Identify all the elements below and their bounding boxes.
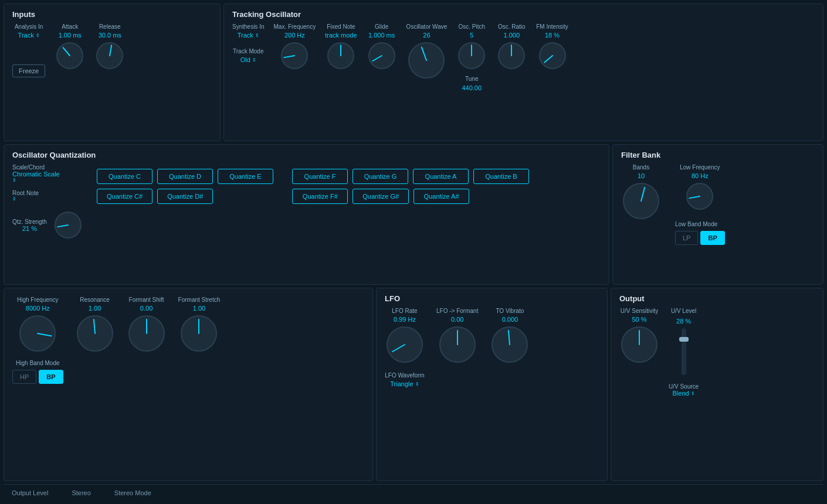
quantize-fsharp-button[interactable]: Quantize F# bbox=[292, 189, 348, 204]
quantize-f-button[interactable]: Quantize F bbox=[292, 169, 348, 184]
synthesis-in-arrow: ⇕ bbox=[255, 33, 259, 38]
max-freq-knob[interactable] bbox=[279, 40, 310, 71]
filter-bank-title: Filter Bank bbox=[621, 151, 815, 159]
quantize-a-button[interactable]: Quantize A bbox=[413, 169, 469, 184]
lfo-rate-group: LFO Rate 0.99 Hz LFO Waveform Triangle ⇕ bbox=[385, 308, 425, 387]
fixed-note-knob[interactable] bbox=[326, 40, 356, 71]
low-band-mode-buttons: LP BP bbox=[675, 231, 725, 245]
lp-button[interactable]: LP bbox=[675, 231, 698, 245]
analysis-in-label: Analysis In bbox=[15, 23, 43, 30]
bands-knob[interactable] bbox=[621, 181, 661, 221]
to-vibrato-knob[interactable] bbox=[490, 325, 530, 365]
root-note-label: Root Note bbox=[12, 190, 89, 196]
root-note-arrow[interactable]: ⇕ bbox=[12, 196, 89, 202]
osc-ratio-label: Osc. Ratio bbox=[498, 23, 526, 30]
formant-shift-value: 0.00 bbox=[140, 305, 152, 312]
inputs-title: Inputs bbox=[12, 10, 212, 19]
low-freq-group: Low Frequency 80 Hz bbox=[675, 164, 725, 212]
quantize-c-button[interactable]: Quantize C bbox=[97, 169, 152, 184]
synthesis-in-group: Synthesis In Track ⇕ bbox=[232, 23, 264, 39]
osc-ratio-knob[interactable] bbox=[496, 40, 527, 71]
low-band-mode-label: Low Band Mode bbox=[675, 221, 725, 227]
osc-wave-value: 26 bbox=[423, 32, 430, 39]
lfo-waveform-group: LFO Waveform Triangle ⇕ bbox=[385, 372, 424, 387]
formant-shift-label: Formant Shift bbox=[129, 297, 164, 303]
max-freq-value: 200 Hz bbox=[284, 32, 305, 39]
quantize-d-button[interactable]: Quantize D bbox=[157, 169, 213, 184]
attack-value: 1.00 ms bbox=[59, 32, 82, 39]
scale-chord-label: Scale/Chord bbox=[12, 164, 89, 171]
osc-wave-knob[interactable] bbox=[406, 40, 446, 80]
resonance-knob[interactable] bbox=[75, 314, 115, 353]
fm-intensity-knob[interactable] bbox=[537, 40, 568, 71]
glide-knob[interactable] bbox=[367, 40, 397, 71]
low-freq-label: Low Frequency bbox=[680, 164, 720, 171]
quantize-asharp-button[interactable]: Quantize A# bbox=[414, 189, 469, 204]
analysis-in-dropdown[interactable]: Track ⇕ bbox=[18, 32, 40, 39]
attack-label: Attack bbox=[62, 23, 78, 30]
osc-wave-label: Oscillator Wave bbox=[406, 23, 448, 30]
analysis-in-group: Analysis In Track ⇕ Freeze bbox=[12, 23, 45, 77]
filter-bottom-section: High Frequency 8000 Hz High Band Mode HP… bbox=[4, 288, 373, 481]
scale-chord-value[interactable]: Chromatic Scale bbox=[12, 171, 89, 178]
root-note-group: Root Note ⇕ bbox=[12, 190, 89, 202]
quantize-g-button[interactable]: Quantize G bbox=[353, 169, 408, 184]
glide-label: Glide bbox=[375, 23, 388, 30]
lfo-rate-knob[interactable] bbox=[385, 325, 425, 365]
bp-button[interactable]: BP bbox=[700, 231, 724, 245]
uv-source-dropdown[interactable]: Blend ⇕ bbox=[669, 390, 699, 397]
uv-level-container: U/V Level 28 % U/V Source Blend ⇕ bbox=[669, 308, 699, 397]
max-freq-group: Max. Frequency 200 Hz bbox=[273, 23, 316, 71]
lfo-rate-value: 0.99 Hz bbox=[394, 316, 416, 323]
low-freq-knob[interactable] bbox=[684, 181, 715, 212]
quantize-dsharp-button[interactable]: Quantize D# bbox=[157, 189, 213, 204]
formant-shift-knob[interactable] bbox=[127, 314, 167, 353]
qtz-strength-knob[interactable] bbox=[53, 210, 83, 240]
fixed-note-label: Fixed Note bbox=[327, 23, 355, 30]
quantize-b-button[interactable]: Quantize B bbox=[473, 169, 529, 184]
quantize-csharp-button[interactable]: Quantize C# bbox=[97, 189, 152, 204]
attack-knob[interactable] bbox=[55, 40, 85, 71]
inputs-section: Inputs Analysis In Track ⇕ Freeze Attack… bbox=[4, 4, 221, 141]
fm-intensity-group: FM Intensity 18 % bbox=[536, 23, 568, 71]
synthesis-in-dropdown[interactable]: Track ⇕ bbox=[238, 32, 259, 39]
formant-stretch-knob[interactable] bbox=[179, 314, 219, 353]
uv-level-value: 28 % bbox=[676, 318, 691, 325]
osc-pitch-label: Osc. Pitch bbox=[458, 23, 485, 30]
formant-stretch-group: Formant Stretch 1.00 bbox=[178, 297, 221, 353]
lfo-waveform-dropdown[interactable]: Triangle ⇕ bbox=[390, 380, 419, 387]
uv-level-slider[interactable] bbox=[682, 328, 686, 375]
tracking-section: Tracking Oscillator Synthesis In Track ⇕… bbox=[223, 4, 823, 141]
uv-sensitivity-group: U/V Sensitivity 50 % bbox=[619, 308, 659, 365]
uv-sensitivity-knob[interactable] bbox=[619, 325, 659, 365]
stereo-label: Stereo bbox=[72, 489, 90, 496]
osc-pitch-knob[interactable] bbox=[456, 40, 487, 71]
bp2-button[interactable]: BP bbox=[39, 370, 63, 384]
high-freq-label: High Frequency bbox=[17, 297, 59, 303]
lfo-formant-knob[interactable] bbox=[438, 325, 477, 365]
resonance-value: 1.00 bbox=[89, 305, 101, 312]
freeze-button[interactable]: Freeze bbox=[12, 64, 45, 77]
quantize-row-2: Quantize C# Quantize D# Quantize F# Quan… bbox=[97, 189, 529, 204]
scale-chord-arrow[interactable]: ⇕ bbox=[12, 178, 89, 183]
output-level-label: Output Level bbox=[12, 489, 48, 496]
tracking-title: Tracking Oscillator bbox=[232, 10, 815, 19]
high-freq-value: 8000 Hz bbox=[26, 305, 50, 312]
quantize-e-button[interactable]: Quantize E bbox=[218, 169, 273, 184]
high-freq-knob[interactable] bbox=[18, 314, 57, 353]
hp-button[interactable]: HP bbox=[12, 370, 36, 384]
track-mode-dropdown[interactable]: Old ⇕ bbox=[240, 56, 256, 63]
formant-shift-group: Formant Shift 0.00 bbox=[127, 297, 167, 353]
quantize-gsharp-button[interactable]: Quantize G# bbox=[353, 189, 409, 204]
bands-label: Bands bbox=[633, 164, 649, 171]
track-mode-label: Track Mode bbox=[233, 48, 263, 55]
osc-quantization-section: Oscillator Quantization Scale/Chord Chro… bbox=[4, 144, 609, 285]
track-mode-arrow: ⇕ bbox=[252, 57, 256, 63]
uv-sensitivity-value: 50 % bbox=[632, 316, 646, 323]
quantize-grid: Quantize C Quantize D Quantize E Quantiz… bbox=[97, 169, 529, 204]
lfo-waveform-label: LFO Waveform bbox=[385, 372, 424, 379]
lfo-rate-label: LFO Rate bbox=[392, 308, 417, 314]
fixed-note-group: Fixed Note track mode bbox=[325, 23, 357, 71]
release-knob[interactable] bbox=[94, 40, 125, 71]
filter-bank-section: Filter Bank Bands 10 bbox=[612, 144, 823, 285]
